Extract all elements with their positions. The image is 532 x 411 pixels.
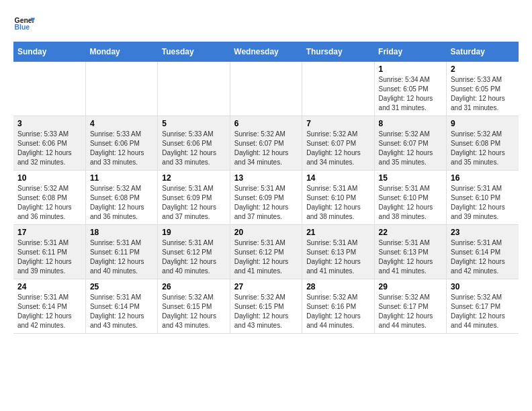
day-info: Sunrise: 5:32 AMSunset: 6:15 PMDaylight:…	[234, 293, 298, 330]
calendar-cell: 7Sunrise: 5:32 AMSunset: 6:07 PMDaylight…	[302, 116, 374, 171]
day-number: 28	[306, 282, 369, 291]
day-number: 18	[90, 228, 153, 237]
day-number: 20	[234, 228, 298, 237]
weekday-header-thursday: Thursday	[302, 42, 374, 62]
calendar-cell: 28Sunrise: 5:32 AMSunset: 6:16 PMDayligh…	[302, 279, 374, 334]
day-info: Sunrise: 5:31 AMSunset: 6:11 PMDaylight:…	[17, 238, 81, 276]
weekday-header-friday: Friday	[374, 42, 446, 62]
day-number: 16	[451, 173, 515, 183]
calendar-table: SundayMondayTuesdayWednesdayThursdayFrid…	[13, 42, 519, 334]
calendar-cell	[13, 62, 85, 116]
calendar-cell: 8Sunrise: 5:32 AMSunset: 6:07 PMDaylight…	[374, 116, 446, 171]
calendar-cell: 23Sunrise: 5:31 AMSunset: 6:14 PMDayligh…	[447, 225, 519, 279]
day-info: Sunrise: 5:32 AMSunset: 6:07 PMDaylight:…	[234, 130, 298, 167]
day-info: Sunrise: 5:34 AMSunset: 6:05 PMDaylight:…	[379, 75, 442, 113]
day-info: Sunrise: 5:31 AMSunset: 6:14 PMDaylight:…	[90, 293, 153, 330]
day-number: 11	[90, 173, 153, 183]
calendar-week-row: 24Sunrise: 5:31 AMSunset: 6:14 PMDayligh…	[13, 279, 519, 334]
svg-text:Blue: Blue	[15, 24, 30, 31]
day-number: 17	[17, 228, 81, 237]
calendar-cell: 10Sunrise: 5:32 AMSunset: 6:08 PMDayligh…	[13, 171, 85, 225]
calendar-cell: 2Sunrise: 5:33 AMSunset: 6:05 PMDaylight…	[447, 62, 519, 116]
calendar-cell	[158, 62, 230, 116]
weekday-header-row: SundayMondayTuesdayWednesdayThursdayFrid…	[13, 42, 519, 62]
calendar-cell: 29Sunrise: 5:32 AMSunset: 6:17 PMDayligh…	[374, 279, 446, 334]
logo-icon: General Blue	[13, 13, 35, 35]
calendar-cell: 11Sunrise: 5:32 AMSunset: 6:08 PMDayligh…	[85, 171, 157, 225]
calendar-cell: 20Sunrise: 5:31 AMSunset: 6:12 PMDayligh…	[230, 225, 302, 279]
calendar-cell: 25Sunrise: 5:31 AMSunset: 6:14 PMDayligh…	[85, 279, 157, 334]
calendar-cell: 3Sunrise: 5:33 AMSunset: 6:06 PMDaylight…	[13, 116, 85, 171]
day-info: Sunrise: 5:32 AMSunset: 6:07 PMDaylight:…	[306, 130, 369, 167]
day-number: 4	[90, 119, 153, 128]
calendar-week-row: 10Sunrise: 5:32 AMSunset: 6:08 PMDayligh…	[13, 171, 519, 225]
calendar-cell: 16Sunrise: 5:31 AMSunset: 6:10 PMDayligh…	[447, 171, 519, 225]
day-number: 14	[306, 173, 369, 183]
day-number: 3	[17, 119, 81, 128]
day-info: Sunrise: 5:31 AMSunset: 6:09 PMDaylight:…	[162, 184, 225, 222]
day-info: Sunrise: 5:31 AMSunset: 6:10 PMDaylight:…	[379, 184, 442, 222]
day-info: Sunrise: 5:32 AMSunset: 6:08 PMDaylight:…	[451, 130, 515, 167]
day-info: Sunrise: 5:31 AMSunset: 6:13 PMDaylight:…	[379, 238, 442, 276]
day-info: Sunrise: 5:32 AMSunset: 6:08 PMDaylight:…	[17, 184, 81, 222]
day-number: 27	[234, 282, 298, 291]
day-info: Sunrise: 5:33 AMSunset: 6:06 PMDaylight:…	[90, 130, 153, 167]
weekday-header-saturday: Saturday	[447, 42, 519, 62]
calendar-cell	[230, 62, 302, 116]
calendar-cell: 14Sunrise: 5:31 AMSunset: 6:10 PMDayligh…	[302, 171, 374, 225]
day-number: 8	[379, 119, 442, 128]
day-number: 12	[162, 173, 225, 183]
day-number: 2	[451, 64, 515, 74]
day-number: 30	[451, 282, 515, 291]
day-info: Sunrise: 5:33 AMSunset: 6:06 PMDaylight:…	[162, 130, 225, 167]
calendar-week-row: 1Sunrise: 5:34 AMSunset: 6:05 PMDaylight…	[13, 62, 519, 116]
day-number: 26	[162, 282, 225, 291]
calendar-cell: 12Sunrise: 5:31 AMSunset: 6:09 PMDayligh…	[158, 171, 230, 225]
day-number: 6	[234, 119, 298, 128]
calendar-cell: 30Sunrise: 5:32 AMSunset: 6:17 PMDayligh…	[447, 279, 519, 334]
day-number: 24	[17, 282, 81, 291]
day-number: 15	[379, 173, 442, 183]
day-info: Sunrise: 5:31 AMSunset: 6:10 PMDaylight:…	[306, 184, 369, 222]
day-info: Sunrise: 5:31 AMSunset: 6:14 PMDaylight:…	[17, 293, 81, 330]
weekday-header-monday: Monday	[85, 42, 157, 62]
calendar-cell: 4Sunrise: 5:33 AMSunset: 6:06 PMDaylight…	[85, 116, 157, 171]
day-info: Sunrise: 5:31 AMSunset: 6:11 PMDaylight:…	[90, 238, 153, 276]
day-number: 1	[379, 64, 442, 74]
day-number: 13	[234, 173, 298, 183]
day-info: Sunrise: 5:31 AMSunset: 6:10 PMDaylight:…	[451, 184, 515, 222]
day-info: Sunrise: 5:31 AMSunset: 6:14 PMDaylight:…	[451, 238, 515, 276]
page-header: General Blue	[13, 13, 519, 35]
weekday-header-wednesday: Wednesday	[230, 42, 302, 62]
day-number: 10	[17, 173, 81, 183]
day-info: Sunrise: 5:32 AMSunset: 6:15 PMDaylight:…	[162, 293, 225, 330]
calendar-cell: 18Sunrise: 5:31 AMSunset: 6:11 PMDayligh…	[85, 225, 157, 279]
calendar-cell: 6Sunrise: 5:32 AMSunset: 6:07 PMDaylight…	[230, 116, 302, 171]
day-number: 5	[162, 119, 225, 128]
day-number: 19	[162, 228, 225, 237]
day-number: 23	[451, 228, 515, 237]
calendar-cell: 17Sunrise: 5:31 AMSunset: 6:11 PMDayligh…	[13, 225, 85, 279]
day-info: Sunrise: 5:33 AMSunset: 6:05 PMDaylight:…	[451, 75, 515, 113]
day-info: Sunrise: 5:31 AMSunset: 6:09 PMDaylight:…	[234, 184, 298, 222]
day-info: Sunrise: 5:31 AMSunset: 6:12 PMDaylight:…	[162, 238, 225, 276]
day-info: Sunrise: 5:32 AMSunset: 6:16 PMDaylight:…	[306, 293, 369, 330]
calendar-cell: 13Sunrise: 5:31 AMSunset: 6:09 PMDayligh…	[230, 171, 302, 225]
day-number: 29	[379, 282, 442, 291]
day-number: 9	[451, 119, 515, 128]
calendar-cell: 24Sunrise: 5:31 AMSunset: 6:14 PMDayligh…	[13, 279, 85, 334]
calendar-cell: 9Sunrise: 5:32 AMSunset: 6:08 PMDaylight…	[447, 116, 519, 171]
calendar-week-row: 17Sunrise: 5:31 AMSunset: 6:11 PMDayligh…	[13, 225, 519, 279]
calendar-cell: 5Sunrise: 5:33 AMSunset: 6:06 PMDaylight…	[158, 116, 230, 171]
calendar-cell: 27Sunrise: 5:32 AMSunset: 6:15 PMDayligh…	[230, 279, 302, 334]
day-info: Sunrise: 5:32 AMSunset: 6:08 PMDaylight:…	[90, 184, 153, 222]
calendar-cell: 26Sunrise: 5:32 AMSunset: 6:15 PMDayligh…	[158, 279, 230, 334]
day-info: Sunrise: 5:32 AMSunset: 6:17 PMDaylight:…	[379, 293, 442, 330]
logo: General Blue	[13, 13, 35, 35]
day-info: Sunrise: 5:32 AMSunset: 6:17 PMDaylight:…	[451, 293, 515, 330]
calendar-cell: 1Sunrise: 5:34 AMSunset: 6:05 PMDaylight…	[374, 62, 446, 116]
day-number: 21	[306, 228, 369, 237]
day-number: 25	[90, 282, 153, 291]
calendar-cell	[85, 62, 157, 116]
weekday-header-sunday: Sunday	[13, 42, 85, 62]
